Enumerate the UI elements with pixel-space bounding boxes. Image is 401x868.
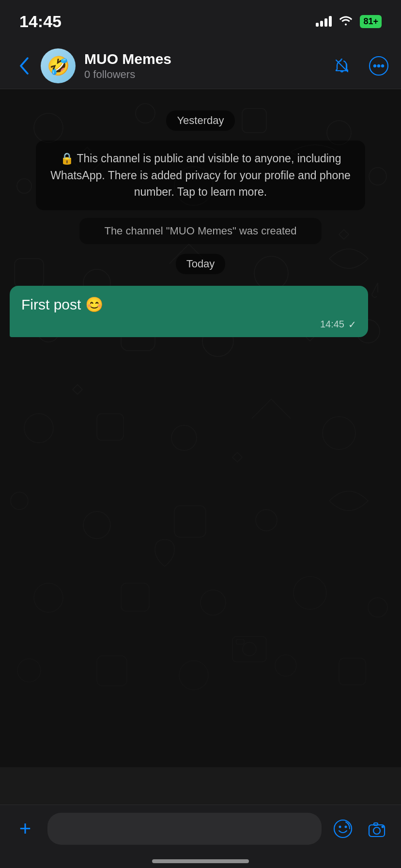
channel-text: MUO Memes 0 followers	[84, 51, 171, 81]
svg-point-18	[24, 414, 53, 443]
svg-rect-24	[174, 506, 206, 537]
channel-info[interactable]: 🤣 MUO Memes 0 followers	[41, 48, 329, 83]
today-label: Today	[176, 254, 226, 274]
svg-point-26	[34, 583, 63, 612]
svg-point-25	[256, 510, 277, 531]
privacy-system-message[interactable]: 🔒 This channel is public and visible to …	[36, 140, 365, 210]
svg-point-23	[83, 512, 110, 539]
channel-emoji: 🤣	[47, 55, 70, 77]
mute-button[interactable]	[329, 53, 355, 78]
svg-rect-44	[374, 823, 378, 825]
nav-actions	[329, 53, 391, 78]
nav-bar: 🤣 MUO Memes 0 followers	[0, 43, 401, 89]
more-options-button[interactable]	[366, 53, 391, 78]
back-button[interactable]	[10, 57, 39, 75]
svg-rect-35	[339, 658, 366, 685]
yesterday-separator: Yesterday	[10, 110, 391, 131]
sticker-button[interactable]	[330, 816, 355, 841]
home-indicator	[152, 859, 249, 863]
svg-point-31	[17, 659, 41, 682]
svg-point-20	[171, 425, 197, 450]
svg-point-30	[368, 598, 387, 617]
channel-sub: 0 followers	[84, 68, 171, 81]
message-input[interactable]	[47, 813, 322, 845]
channel-created-message: The channel "MUO Memes" was created	[79, 218, 322, 244]
plus-icon: +	[19, 817, 31, 840]
svg-rect-36	[232, 636, 266, 662]
wifi-icon	[339, 15, 353, 28]
svg-point-22	[11, 492, 28, 510]
svg-rect-27	[121, 583, 149, 611]
channel-created-text: The channel "MUO Memes" was created	[104, 225, 296, 237]
add-attachment-button[interactable]: +	[12, 815, 39, 842]
signal-icon	[316, 16, 332, 27]
yesterday-label: Yesterday	[166, 110, 234, 131]
svg-point-28	[200, 590, 226, 615]
svg-rect-32	[97, 656, 127, 686]
svg-rect-38	[236, 639, 244, 644]
battery-icon: 81+	[360, 15, 382, 28]
bottom-bar: +	[0, 805, 401, 868]
camera-button[interactable]	[364, 816, 389, 841]
privacy-message-text: 🔒 This channel is public and visible to …	[50, 152, 351, 198]
chat-content: Yesterday 🔒 This channel is public and v…	[0, 89, 401, 337]
svg-point-43	[373, 827, 380, 834]
svg-point-34	[275, 655, 296, 676]
bubble-text: First post 😊	[21, 294, 356, 315]
svg-point-29	[293, 576, 326, 609]
svg-point-21	[323, 417, 355, 450]
svg-rect-19	[97, 414, 123, 440]
status-bar: 14:45 81+	[0, 0, 401, 43]
today-separator: Today	[10, 254, 391, 274]
chat-area: Yesterday 🔒 This channel is public and v…	[0, 89, 401, 767]
message-bubble-wrap: First post 😊 14:45 ✓	[10, 286, 391, 337]
bubble-meta: 14:45 ✓	[21, 319, 356, 330]
channel-avatar: 🤣	[41, 48, 76, 83]
svg-point-2	[378, 64, 380, 66]
svg-point-37	[243, 642, 256, 656]
status-icons: 81+	[316, 15, 382, 28]
svg-point-39	[334, 820, 352, 837]
svg-point-41	[345, 826, 347, 828]
svg-point-3	[382, 64, 384, 66]
channel-name: MUO Memes	[84, 51, 171, 67]
checkmark-icon: ✓	[348, 319, 356, 330]
status-time: 14:45	[19, 12, 62, 31]
svg-point-33	[179, 661, 208, 690]
bubble-time: 14:45	[320, 319, 344, 330]
svg-point-1	[374, 64, 376, 66]
message-bubble[interactable]: First post 😊 14:45 ✓	[10, 286, 368, 337]
svg-point-45	[382, 826, 384, 828]
svg-point-40	[339, 826, 341, 828]
